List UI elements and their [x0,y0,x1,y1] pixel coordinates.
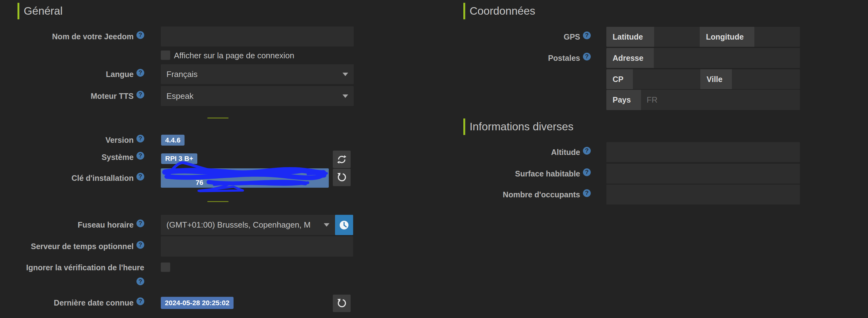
help-icon[interactable]: ? [136,91,144,99]
time-server-label: Serveur de temps optionnel? [0,241,144,251]
section-accent-bar [463,118,465,135]
section-accent-bar [463,3,465,19]
help-icon[interactable]: ? [136,152,144,160]
ignore-time-check-checkbox[interactable] [161,262,170,272]
coordinates-section-title: Coordonnées [470,3,535,19]
altitude-label: Altitude? [422,147,591,157]
time-server-input[interactable] [161,236,353,256]
help-icon[interactable]: ? [583,32,591,39]
country-addon: Pays [606,90,641,110]
address-input-group: Adresse [606,48,800,68]
timezone-select[interactable]: (GMT+01:00) Brussels, Copenhagen, M [161,215,335,235]
clock-icon [338,219,350,231]
help-icon[interactable]: ? [136,278,144,285]
country-input-group: Pays [606,90,800,110]
gps-input-group: Latitude Longitude [606,27,800,47]
coordinates-section-header: Coordonnées [463,3,535,19]
language-label: Langue? [0,69,144,79]
timezone-clock-button[interactable] [335,215,353,235]
jeedom-name-label: Nom de votre Jeedom? [0,32,144,41]
last-known-date-badge: 2024-05-28 20:25:02 [161,297,234,309]
system-label: Système? [0,152,144,162]
help-icon[interactable]: ? [136,219,144,227]
system-badge: RPI 3 B+ [161,153,197,164]
divider [207,117,228,118]
tts-engine-select[interactable]: Espeak [161,86,354,106]
chevron-down-icon [343,95,348,98]
occupants-label: Nombre d'occupants? [422,189,591,200]
help-icon[interactable]: ? [583,189,591,197]
country-input[interactable] [641,90,800,110]
general-section-header: Général [18,3,63,19]
show-on-login-label: Afficher sur la page de connexion [174,51,294,60]
tts-engine-label: Moteur TTS? [0,91,144,101]
install-key-fragment: 2 [164,169,168,178]
version-label: Version? [0,135,144,145]
general-section-title: Général [24,3,63,19]
help-icon[interactable]: ? [136,173,144,180]
misc-section-header: Informations diverses [463,118,574,135]
surface-input[interactable] [606,164,800,184]
last-known-date-label: Dernière date connue? [0,298,144,308]
gps-label: GPS? [422,32,591,42]
longitude-addon: Longitude [700,27,754,47]
help-icon[interactable]: ? [136,69,144,77]
language-select-value: Français [166,70,198,79]
latitude-input[interactable] [654,27,700,47]
zip-input[interactable] [633,69,700,89]
help-icon[interactable]: ? [583,53,591,61]
section-accent-bar [18,3,19,19]
city-addon: Ville [700,69,732,89]
postal-label: Postales? [422,53,591,63]
timezone-select-value: (GMT+01:00) Brussels, Copenhagen, M [166,220,311,230]
chevron-down-icon [343,73,348,76]
address-addon: Adresse [606,48,654,68]
chevron-down-icon [324,223,330,227]
help-icon[interactable]: ? [136,135,144,142]
city-input[interactable] [732,69,800,89]
surface-label: Surface habitable? [422,169,591,179]
tts-select-value: Espeak [166,91,194,101]
zip-city-input-group: CP Ville [606,69,800,89]
version-badge: 4.4.6 [161,135,185,146]
help-icon[interactable]: ? [136,31,144,39]
language-select[interactable]: Français [161,64,354,84]
install-key-badge: 2 17 76 5 [161,168,329,188]
undo-icon [337,172,347,183]
install-key-label: Clé d'installation? [0,173,144,183]
help-icon[interactable]: ? [136,241,144,249]
show-on-login-checkbox[interactable] [161,50,170,60]
install-key-fragment: 5 [290,178,294,187]
altitude-input[interactable] [606,142,800,162]
longitude-input[interactable] [754,27,800,47]
install-key-reset-button[interactable] [333,169,351,186]
system-refresh-button[interactable] [333,150,351,168]
help-icon[interactable]: ? [136,297,144,305]
misc-section-title: Informations diverses [470,118,574,135]
jeedom-name-input[interactable] [161,27,354,46]
refresh-icon [337,154,347,165]
help-icon[interactable]: ? [583,147,591,155]
jeedom-settings-page: Général Nom de votre Jeedom? Afficher su… [0,0,868,318]
zip-addon: CP [606,69,633,89]
address-input[interactable] [654,48,800,68]
undo-icon [337,298,347,309]
divider [207,201,228,202]
install-key-fragment: 17 [317,169,325,178]
timezone-label: Fuseau horaire? [0,220,144,230]
install-key-fragment: 76 [196,178,203,187]
help-icon[interactable]: ? [583,168,591,176]
occupants-input[interactable] [606,184,800,205]
latitude-addon: Latitude [606,27,654,47]
last-known-date-reset-button[interactable] [333,295,351,312]
ignore-time-check-label: Ignorer la vérification de l'heure ? [0,262,144,285]
